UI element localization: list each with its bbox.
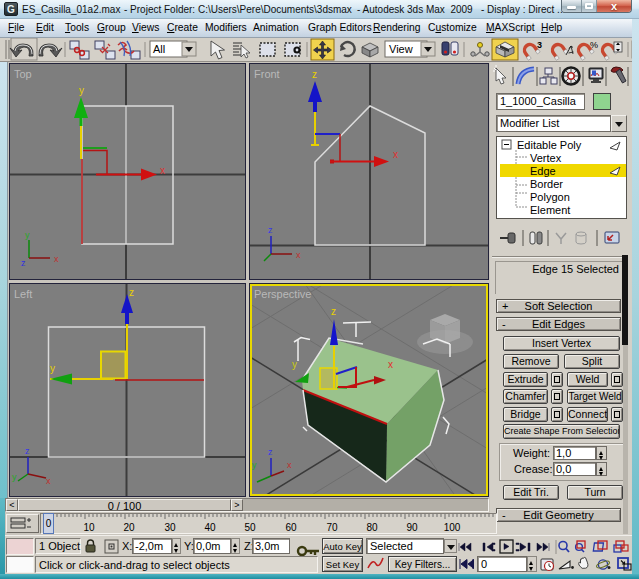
svg-text:Element: Element bbox=[530, 204, 570, 216]
svg-text:50: 50 bbox=[244, 522, 256, 533]
svg-text:z: z bbox=[129, 287, 134, 298]
svg-text:Left: Left bbox=[14, 288, 32, 300]
svg-text:Border: Border bbox=[530, 178, 563, 190]
svg-text:x: x bbox=[388, 359, 393, 370]
svg-text:x: x bbox=[54, 254, 59, 264]
svg-text:%: % bbox=[590, 40, 598, 50]
svg-text:80: 80 bbox=[366, 522, 378, 533]
svg-text:40: 40 bbox=[204, 522, 216, 533]
svg-text:y: y bbox=[252, 460, 257, 470]
svg-text:Perspective: Perspective bbox=[254, 288, 311, 300]
svg-text:30: 30 bbox=[164, 522, 176, 533]
svg-text:All: All bbox=[153, 43, 165, 55]
svg-text:z: z bbox=[268, 447, 273, 457]
svg-text:z: z bbox=[25, 446, 30, 456]
svg-text:100: 100 bbox=[444, 522, 461, 533]
svg-text:20: 20 bbox=[123, 522, 135, 533]
svg-text:Polygon: Polygon bbox=[530, 191, 570, 203]
svg-text:3: 3 bbox=[537, 40, 542, 50]
svg-text:z: z bbox=[331, 306, 336, 317]
svg-text:z: z bbox=[268, 225, 273, 235]
svg-text:x: x bbox=[393, 149, 398, 160]
svg-text:z: z bbox=[21, 258, 26, 268]
svg-text:y: y bbox=[25, 230, 30, 240]
svg-text:View: View bbox=[389, 43, 413, 55]
svg-text:Front: Front bbox=[254, 68, 280, 80]
svg-text:y: y bbox=[79, 85, 84, 96]
svg-text:90: 90 bbox=[406, 522, 418, 533]
svg-text:x: x bbox=[160, 165, 165, 176]
svg-text:Editable Poly: Editable Poly bbox=[517, 139, 582, 151]
svg-text:Edge: Edge bbox=[530, 165, 556, 177]
svg-text:y: y bbox=[50, 363, 55, 374]
svg-text:x: x bbox=[296, 250, 301, 260]
svg-text:y: y bbox=[292, 359, 297, 370]
svg-text:y: y bbox=[12, 472, 17, 482]
svg-text:60: 60 bbox=[285, 522, 297, 533]
svg-text:x: x bbox=[287, 460, 292, 470]
svg-text:Vertex: Vertex bbox=[530, 152, 562, 164]
svg-text:Top: Top bbox=[14, 68, 32, 80]
svg-text:z: z bbox=[312, 69, 317, 80]
svg-text:x: x bbox=[46, 476, 51, 486]
svg-text:10: 10 bbox=[83, 522, 95, 533]
svg-text:70: 70 bbox=[326, 522, 338, 533]
